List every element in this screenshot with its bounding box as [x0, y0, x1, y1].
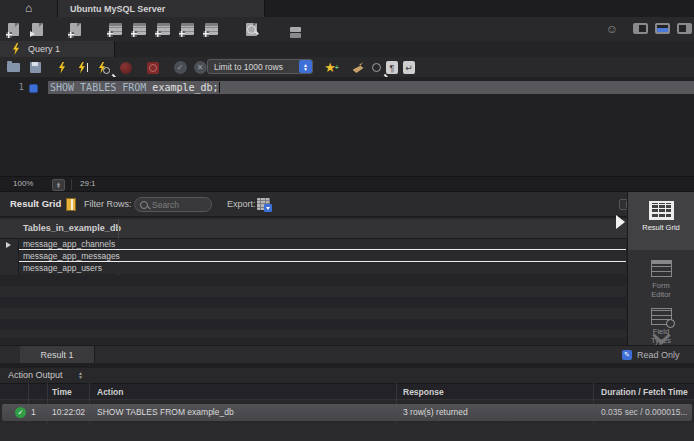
result-grid-toolbar: Result Grid Filter Rows: Export: — [0, 192, 694, 217]
execute-bolt-icon — [58, 62, 66, 74]
tab-query-1[interactable]: Query 1 — [0, 41, 115, 57]
create-table-button[interactable] — [130, 21, 148, 37]
create-view-button[interactable] — [154, 21, 172, 37]
open-script-button[interactable] — [5, 60, 21, 75]
export-label: Export: — [227, 192, 256, 216]
execute-current-bolt-icon — [78, 62, 86, 74]
filter-search-box[interactable] — [134, 197, 212, 212]
empty-output-row — [0, 423, 694, 441]
explain-magnifier-icon — [103, 67, 110, 74]
sidebar-item-result-grid[interactable]: Result Grid — [628, 192, 694, 250]
pilcrow-icon: ¶ — [386, 61, 398, 74]
find-magnifier-icon — [372, 63, 381, 72]
toggle-output-panel-button[interactable] — [655, 23, 670, 34]
user-smiley-icon: ☺ — [606, 22, 618, 36]
row-limit-dropdown[interactable]: Limit to 1000 rows ▲▼ — [207, 59, 313, 74]
rollback-x-icon: ✕ — [194, 61, 207, 74]
action-output-panel: Action Output ▲▼ Time Action Response Du… — [0, 368, 694, 441]
mysql-workbench-window: ⌂ Ubuntu MySQL Server — [0, 0, 694, 441]
grid-row-2[interactable]: message_app_messages — [19, 251, 626, 262]
filter-search-input[interactable] — [152, 200, 208, 210]
column-response[interactable]: Response — [403, 384, 444, 400]
caret-position-value: 29:1 — [80, 177, 96, 191]
tab-result-1[interactable]: Result 1 — [20, 346, 95, 363]
connection-tab[interactable]: Ubuntu MySQL Server — [58, 0, 265, 17]
commit-check-icon: ✓ — [174, 61, 187, 74]
toggle-stop-on-error-button[interactable] — [145, 60, 161, 75]
create-table-icon — [133, 23, 146, 35]
action-output-row[interactable]: ✓ 1 10:22:02 SHOW TABLES FROM example_db… — [2, 404, 692, 421]
statement-marker-icon — [29, 84, 38, 93]
create-schema-button[interactable] — [106, 21, 124, 37]
create-procedure-button[interactable] — [178, 21, 196, 37]
field-types-icon — [651, 308, 672, 325]
right-panel-fill — [686, 25, 690, 32]
reconnect-dbms-button[interactable] — [286, 21, 304, 37]
query-tab-bar: Query 1 — [0, 41, 694, 58]
execute-statement-button[interactable] — [54, 60, 70, 75]
main-toolbar: ☺ — [0, 17, 694, 42]
column-duration[interactable]: Duration / Fetch Time — [601, 384, 688, 400]
result-grid-icon — [649, 201, 674, 220]
create-view-icon — [157, 23, 170, 35]
folder-icon — [7, 63, 20, 72]
zoom-stepper[interactable]: ▲▼ — [52, 179, 65, 191]
bottom-panel-fill — [657, 28, 668, 32]
form-editor-item-label: Form Editor — [642, 282, 680, 299]
search-data-button[interactable] — [242, 21, 260, 37]
open-sql-file-button[interactable] — [28, 21, 46, 37]
toggle-word-wrap-button[interactable]: ↵ — [401, 60, 417, 75]
row-limit-value: Limit to 1000 rows — [214, 62, 299, 72]
grid-column-header[interactable]: Tables_in_example_db — [0, 219, 628, 239]
column-action[interactable]: Action — [97, 384, 123, 400]
query-bolt-icon — [12, 43, 20, 55]
inspector-icon — [70, 23, 81, 36]
status-divider — [71, 179, 72, 190]
toggle-invisibles-button[interactable]: ¶ — [384, 60, 400, 75]
save-script-button[interactable] — [27, 60, 43, 75]
commit-button[interactable]: ✓ — [172, 60, 188, 75]
create-function-button[interactable] — [202, 21, 220, 37]
sql-editor[interactable]: 1 SHOW TABLES FROM example_db; — [0, 77, 694, 176]
save-snippet-button[interactable]: ★+ — [322, 60, 338, 75]
left-panel-fill — [635, 25, 639, 32]
find-panel-button[interactable] — [368, 60, 384, 75]
stop-on-error-icon — [147, 62, 159, 74]
stop-icon — [120, 62, 132, 74]
search-data-icon — [246, 23, 257, 36]
row-index: 1 — [31, 404, 36, 421]
sql-identifier: example_db; — [152, 81, 218, 94]
toggle-left-sidebar-button[interactable] — [633, 23, 648, 34]
toggle-right-sidebar-button[interactable] — [677, 23, 692, 34]
action-output-title: Action Output — [8, 368, 63, 383]
user-account-button[interactable]: ☺ — [603, 21, 621, 37]
result-grid: Tables_in_example_db message_app_channel… — [0, 217, 628, 345]
sidebar-item-form-editor[interactable]: Form Editor — [628, 250, 694, 304]
row-time: 10:22:02 — [52, 404, 85, 421]
grid-row-1[interactable]: message_app_channels — [19, 239, 626, 250]
read-only-icon: ✎ — [622, 350, 632, 360]
grid-row-3[interactable]: message_app_users — [19, 263, 626, 274]
execute-current-button[interactable] — [75, 60, 91, 75]
sql-statement-line[interactable]: SHOW TABLES FROM example_db; — [50, 81, 220, 94]
zoom-level-value: 100% — [13, 177, 33, 191]
wrap-text-icon: ↵ — [403, 61, 415, 74]
current-row-marker-icon — [6, 242, 11, 248]
column-time[interactable]: Time — [52, 384, 72, 400]
home-tab[interactable]: ⌂ — [0, 0, 58, 17]
output-selector-stepper[interactable]: ▲▼ — [78, 371, 83, 379]
open-file-icon — [32, 23, 43, 36]
line-number: 1 — [0, 81, 24, 94]
grid-columns-icon — [66, 198, 76, 211]
rollback-button[interactable]: ✕ — [192, 60, 208, 75]
explain-plan-button[interactable] — [96, 60, 112, 75]
row-duration: 0.035 sec / 0.000015... — [601, 404, 687, 421]
result-grid-title: Result Grid — [10, 192, 61, 216]
beautify-query-button[interactable] — [350, 60, 366, 75]
sidebar-expand-arrow-icon[interactable] — [616, 215, 625, 229]
connection-tab-label: Ubuntu MySQL Server — [70, 4, 165, 14]
new-query-tab-button[interactable] — [4, 21, 22, 37]
export-recordset-icon[interactable] — [257, 198, 270, 210]
inspector-button[interactable] — [66, 21, 84, 37]
stop-query-button[interactable] — [118, 60, 134, 75]
